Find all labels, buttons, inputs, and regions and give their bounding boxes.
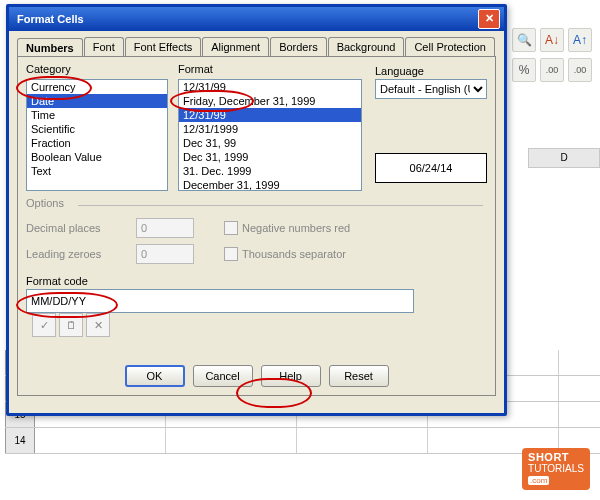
dialog-buttons: OK Cancel Help Reset bbox=[18, 365, 495, 387]
leading-zeroes-label: Leading zeroes bbox=[26, 248, 136, 260]
options-group: Decimal places 0 Negative numbers red Le… bbox=[26, 215, 487, 267]
ok-button[interactable]: OK bbox=[125, 365, 185, 387]
grid-cell[interactable] bbox=[166, 428, 297, 453]
tab-font[interactable]: Font bbox=[84, 37, 124, 56]
list-item[interactable]: 12/31/99 bbox=[179, 108, 361, 122]
tab-numbers[interactable]: Numbers bbox=[17, 38, 83, 57]
format-code-input[interactable] bbox=[26, 289, 414, 313]
negative-red-label: Negative numbers red bbox=[242, 222, 350, 234]
grid-cell[interactable] bbox=[297, 428, 428, 453]
close-icon[interactable]: ✕ bbox=[478, 9, 500, 29]
list-item[interactable]: 12/31/99 bbox=[179, 80, 361, 94]
row-header[interactable]: 14 bbox=[5, 428, 35, 453]
list-item[interactable]: Fraction bbox=[27, 136, 167, 150]
list-item[interactable]: 12/31/1999 bbox=[179, 122, 361, 136]
add-decimal-icon[interactable]: .00 bbox=[540, 58, 564, 82]
reset-button[interactable]: Reset bbox=[329, 365, 389, 387]
format-list[interactable]: 12/31/99 Friday, December 31, 1999 12/31… bbox=[178, 79, 362, 191]
list-item[interactable]: Dec 31, 99 bbox=[179, 136, 361, 150]
tab-bar: Numbers Font Font Effects Alignment Bord… bbox=[9, 31, 504, 56]
remove-decimal-icon[interactable]: .00 bbox=[568, 58, 592, 82]
format-preview: 06/24/14 bbox=[375, 153, 487, 183]
find-icon[interactable]: 🔍 bbox=[512, 28, 536, 52]
tab-cell-protection[interactable]: Cell Protection bbox=[405, 37, 495, 56]
thousands-label: Thousands separator bbox=[242, 248, 346, 260]
list-item[interactable]: Scientific bbox=[27, 122, 167, 136]
list-item[interactable]: Text bbox=[27, 164, 167, 178]
decimal-places-label: Decimal places bbox=[26, 222, 136, 234]
language-label: Language bbox=[375, 65, 487, 77]
options-label: Options bbox=[26, 197, 64, 209]
grid-cell[interactable] bbox=[35, 428, 166, 453]
percent-icon[interactable]: % bbox=[512, 58, 536, 82]
language-select[interactable]: Default - English (USA) bbox=[375, 79, 487, 99]
divider bbox=[78, 205, 483, 206]
titlebar[interactable]: Format Cells ✕ bbox=[9, 7, 504, 31]
negative-red-checkbox bbox=[224, 221, 238, 235]
leading-zeroes-stepper: 0 bbox=[136, 244, 194, 264]
decimal-places-stepper: 0 bbox=[136, 218, 194, 238]
list-item[interactable]: Time bbox=[27, 108, 167, 122]
category-label: Category bbox=[26, 63, 71, 75]
list-item[interactable]: Currency bbox=[27, 80, 167, 94]
page: 🔍 A↓ A↑ % .00 .00 D 11 12 13 14 Format C… bbox=[0, 0, 600, 500]
column-header-d[interactable]: D bbox=[528, 148, 600, 168]
watermark-logo: SHORT TUTORIALS .com bbox=[522, 448, 590, 490]
tab-background[interactable]: Background bbox=[328, 37, 405, 56]
help-button[interactable]: Help bbox=[261, 365, 321, 387]
format-code-group: Format code ✓ 🗒 ✕ bbox=[26, 275, 487, 337]
format-code-label: Format code bbox=[26, 275, 487, 287]
list-item[interactable]: December 31, 1999 bbox=[179, 178, 361, 191]
tab-font-effects[interactable]: Font Effects bbox=[125, 37, 202, 56]
delete-icon[interactable]: ✕ bbox=[86, 313, 110, 337]
thousands-checkbox bbox=[224, 247, 238, 261]
list-item[interactable]: 31. Dec. 1999 bbox=[179, 164, 361, 178]
tab-alignment[interactable]: Alignment bbox=[202, 37, 269, 56]
format-label: Format bbox=[178, 63, 213, 75]
list-item[interactable]: Boolean Value bbox=[27, 150, 167, 164]
format-cells-dialog: Format Cells ✕ Numbers Font Font Effects… bbox=[6, 4, 507, 416]
language-group: Language Default - English (USA) bbox=[375, 65, 487, 99]
numbers-panel: Category Currency Date Time Scientific F… bbox=[17, 56, 496, 396]
list-item[interactable]: Friday, December 31, 1999 bbox=[179, 94, 361, 108]
note-icon[interactable]: 🗒 bbox=[59, 313, 83, 337]
tab-borders[interactable]: Borders bbox=[270, 37, 327, 56]
sort-asc-icon[interactable]: A↓ bbox=[540, 28, 564, 52]
right-toolbar: 🔍 A↓ A↑ % .00 .00 bbox=[512, 28, 592, 82]
accept-icon[interactable]: ✓ bbox=[32, 313, 56, 337]
category-list[interactable]: Currency Date Time Scientific Fraction B… bbox=[26, 79, 168, 191]
list-item[interactable]: Date bbox=[27, 94, 167, 108]
cancel-button[interactable]: Cancel bbox=[193, 365, 253, 387]
dialog-title: Format Cells bbox=[13, 13, 478, 25]
sort-desc-icon[interactable]: A↑ bbox=[568, 28, 592, 52]
list-item[interactable]: Dec 31, 1999 bbox=[179, 150, 361, 164]
